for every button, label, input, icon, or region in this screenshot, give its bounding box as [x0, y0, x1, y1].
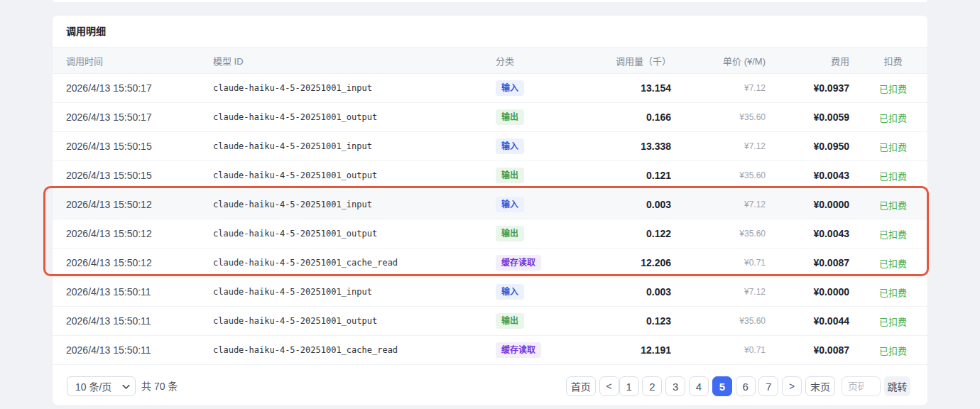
table-body: 2026/4/13 15:50:17 claude-haiku-4-5-2025…	[53, 74, 927, 365]
category-badge: 输出	[496, 109, 524, 125]
cell-time: 2026/4/13 15:50:12	[53, 199, 213, 210]
cell-volume: 13.338	[581, 141, 671, 152]
cell-category: 输出	[496, 168, 581, 183]
cell-volume: 0.122	[581, 228, 671, 239]
cell-category: 缓存读取	[496, 255, 581, 271]
table-row[interactable]: 2026/4/13 15:50:11 claude-haiku-4-5-2025…	[53, 278, 927, 307]
category-badge: 缓存读取	[496, 255, 541, 271]
cell-category: 输出	[496, 109, 581, 125]
jump-page-input[interactable]	[842, 376, 881, 396]
table-header-row: 调用时间 模型 ID 分类 调用量（千） 单价 (¥/M) 费用 扣费	[53, 47, 927, 74]
cell-model: claude-haiku-4-5-20251001_input	[213, 287, 496, 297]
page-button-2[interactable]: 2	[642, 376, 662, 396]
cell-category: 输入	[496, 284, 581, 300]
cell-model: claude-haiku-4-5-20251001_output	[213, 170, 496, 180]
category-badge: 输出	[496, 226, 524, 241]
cell-model: claude-haiku-4-5-20251001_output	[213, 316, 496, 326]
page-size-select[interactable]: 10 条/页	[67, 376, 136, 396]
table-row[interactable]: 2026/4/13 15:50:12 claude-haiku-4-5-2025…	[53, 219, 927, 249]
cell-category: 缓存读取	[496, 342, 581, 358]
page-button-6[interactable]: 6	[736, 376, 756, 396]
cell-price: ¥7.12	[671, 141, 766, 151]
pagination: 首页 < 1234567 > 末页 跳转	[566, 376, 910, 396]
page-button-1[interactable]: 1	[619, 376, 639, 396]
cell-status: 已扣费	[859, 111, 927, 124]
cell-category: 输入	[496, 80, 581, 96]
cell-price: ¥7.12	[671, 287, 766, 297]
page-button-5[interactable]: 5	[712, 376, 732, 396]
category-badge: 输出	[496, 313, 524, 329]
page-size-value: 10 条/页	[75, 379, 111, 393]
cell-category: 输入	[496, 197, 581, 212]
table-row[interactable]: 2026/4/13 15:50:12 claude-haiku-4-5-2025…	[53, 249, 927, 278]
cell-time: 2026/4/13 15:50:11	[53, 286, 213, 298]
first-page-button[interactable]: 首页	[566, 376, 596, 396]
page-button-4[interactable]: 4	[689, 376, 709, 396]
cell-fee: ¥0.0950	[766, 141, 859, 152]
category-badge: 输出	[496, 168, 524, 183]
next-page-button[interactable]: >	[782, 376, 802, 396]
cell-fee: ¥0.0044	[766, 315, 859, 327]
cell-volume: 13.154	[581, 82, 671, 94]
chevron-down-icon	[122, 384, 130, 390]
page-button-7[interactable]: 7	[758, 376, 778, 396]
cell-status: 已扣费	[859, 227, 927, 241]
cell-time: 2026/4/13 15:50:17	[53, 82, 213, 94]
last-page-button[interactable]: 末页	[805, 376, 835, 396]
cell-status: 已扣费	[859, 256, 927, 270]
cell-time: 2026/4/13 15:50:11	[53, 344, 213, 356]
category-badge: 缓存读取	[496, 342, 541, 358]
cell-price: ¥35.60	[671, 112, 766, 122]
card-title: 调用明细	[53, 16, 927, 47]
cell-volume: 0.003	[581, 199, 671, 210]
page-button-3[interactable]: 3	[665, 376, 685, 396]
cell-time: 2026/4/13 15:50:12	[53, 228, 213, 239]
cell-fee: ¥0.0043	[766, 170, 859, 181]
cell-volume: 0.123	[581, 315, 671, 327]
cell-model: claude-haiku-4-5-20251001_output	[213, 112, 496, 122]
cell-fee: ¥0.0000	[766, 199, 859, 210]
table-row[interactable]: 2026/4/13 15:50:15 claude-haiku-4-5-2025…	[53, 161, 927, 190]
cell-status: 已扣费	[859, 140, 927, 153]
cell-fee: ¥0.0087	[766, 257, 859, 268]
cell-price: ¥35.60	[671, 229, 766, 239]
table-row[interactable]: 2026/4/13 15:50:11 claude-haiku-4-5-2025…	[53, 307, 927, 336]
cell-fee: ¥0.0000	[766, 286, 859, 298]
cell-status: 已扣费	[859, 169, 927, 182]
cell-volume: 12.206	[581, 257, 671, 268]
category-badge: 输入	[496, 138, 524, 154]
call-details-card: 调用明细 调用时间 模型 ID 分类 调用量（千） 单价 (¥/M) 费用 扣费…	[53, 16, 927, 405]
table-row[interactable]: 2026/4/13 15:50:17 claude-haiku-4-5-2025…	[53, 103, 927, 132]
jump-button[interactable]: 跳转	[884, 376, 910, 396]
column-header-volume: 调用量（千）	[581, 54, 671, 67]
cell-model: claude-haiku-4-5-20251001_input	[213, 83, 496, 93]
cell-volume: 0.166	[581, 111, 671, 123]
previous-card-bottom-edge	[53, 0, 927, 2]
category-badge: 输入	[496, 197, 524, 212]
cell-model: claude-haiku-4-5-20251001_input	[213, 200, 496, 209]
cell-time: 2026/4/13 15:50:12	[53, 257, 213, 268]
cell-model: claude-haiku-4-5-20251001_cache_read	[213, 258, 496, 268]
column-header-time: 调用时间	[53, 54, 213, 67]
table-row[interactable]: 2026/4/13 15:50:15 claude-haiku-4-5-2025…	[53, 132, 927, 161]
cell-time: 2026/4/13 15:50:11	[53, 315, 213, 327]
cell-price: ¥7.12	[671, 83, 766, 93]
table-row[interactable]: 2026/4/13 15:50:11 claude-haiku-4-5-2025…	[53, 336, 927, 365]
prev-page-button[interactable]: <	[599, 376, 619, 396]
cell-volume: 0.121	[581, 170, 671, 181]
cell-category: 输出	[496, 226, 581, 241]
cell-price: ¥0.71	[671, 345, 766, 355]
cell-status: 已扣费	[859, 198, 927, 212]
cell-model: claude-haiku-4-5-20251001_cache_read	[213, 345, 496, 355]
column-header-status: 扣费	[859, 54, 927, 67]
table-footer: 10 条/页 共 70 条 首页 < 1234567 > 末页 跳转	[53, 365, 927, 405]
cell-time: 2026/4/13 15:50:15	[53, 141, 213, 152]
category-badge: 输入	[496, 284, 524, 300]
cell-price: ¥0.71	[671, 258, 766, 268]
table-row[interactable]: 2026/4/13 15:50:12 claude-haiku-4-5-2025…	[53, 190, 927, 219]
category-badge: 输入	[496, 80, 524, 96]
column-header-price: 单价 (¥/M)	[671, 54, 766, 67]
table-row[interactable]: 2026/4/13 15:50:17 claude-haiku-4-5-2025…	[53, 74, 927, 103]
cell-time: 2026/4/13 15:50:15	[53, 170, 213, 181]
cell-model: claude-haiku-4-5-20251001_output	[213, 229, 496, 239]
